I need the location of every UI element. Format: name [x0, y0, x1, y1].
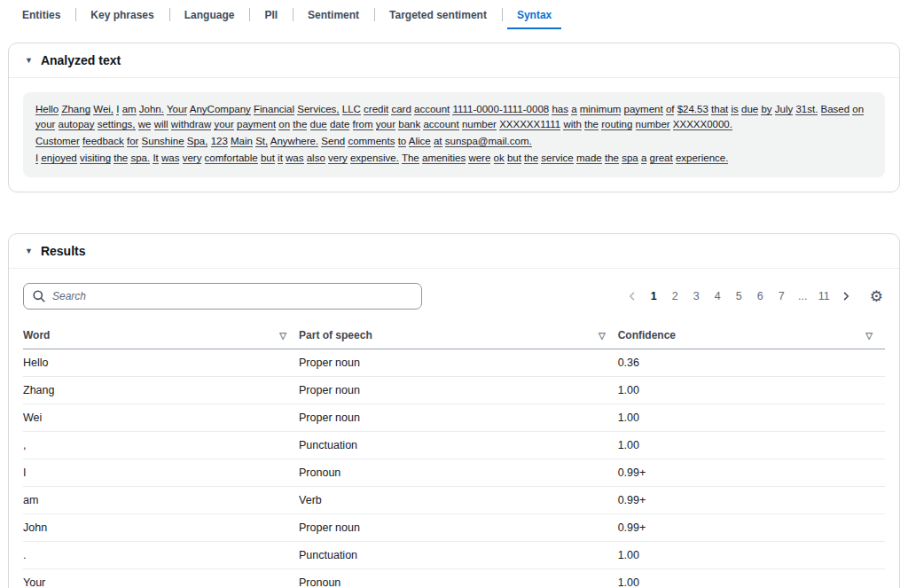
analyzed-word: 1111-0000-1111-0008 — [452, 104, 549, 115]
analyzed-word: sunspa@mail.com. — [445, 136, 532, 147]
analyzed-word: autopay — [59, 119, 95, 130]
table-cell: 0.99+ — [618, 487, 885, 514]
page-button-3[interactable]: 3 — [687, 286, 706, 307]
analyzed-word: from — [353, 119, 373, 130]
analyzed-word: payment — [237, 119, 276, 130]
table-cell: 1.00 — [618, 432, 885, 459]
column-header-confidence[interactable]: Confidence▽ — [618, 322, 885, 349]
analyzed-word: St, — [255, 136, 268, 147]
tab-key-phrases[interactable]: Key phrases — [75, 0, 168, 29]
analyzed-word: The — [402, 153, 419, 164]
page-button-4[interactable]: 4 — [708, 286, 727, 307]
analyzed-word: $24.53 — [677, 104, 708, 115]
table-row: WeiProper noun1.00 — [23, 404, 885, 432]
table-row: JohnProper noun0.99+ — [23, 514, 885, 542]
analyzed-word: settings, — [98, 119, 136, 130]
tab-syntax[interactable]: Syntax — [502, 0, 567, 29]
analyzed-word: comfortable — [205, 153, 258, 164]
table-cell: Hello — [23, 349, 299, 377]
analyzed-word: Services, — [297, 104, 339, 115]
results-toolbar: 1234567...11 ⚙ — [23, 283, 885, 310]
collapse-icon[interactable]: ▼ — [25, 57, 33, 65]
results-card: ▼ Results — [8, 233, 900, 588]
analyzed-word: it — [278, 153, 283, 164]
page-button-2[interactable]: 2 — [666, 286, 685, 307]
page-button-5[interactable]: 5 — [730, 286, 748, 307]
analyzed-word: at — [434, 136, 442, 147]
analyzed-word: your — [214, 119, 233, 130]
table-cell: Proper noun — [299, 404, 618, 432]
analyzed-word: Anywhere. — [270, 136, 318, 147]
analyzed-word: very — [328, 153, 348, 164]
page-button-1[interactable]: 1 — [645, 286, 663, 307]
analyzed-word: the — [605, 153, 619, 164]
results-header[interactable]: ▼ Results — [9, 234, 899, 269]
previous-page-icon[interactable] — [622, 289, 642, 303]
page-button-7[interactable]: 7 — [772, 286, 791, 307]
filter-icon[interactable]: ▽ — [279, 331, 286, 341]
collapse-icon[interactable]: ▼ — [25, 247, 33, 255]
analyzed-word: Hello — [35, 104, 59, 115]
analyzed-word: Send — [321, 136, 345, 147]
results-table: Word▽Part of speech▽Confidence▽ HelloPro… — [23, 322, 885, 588]
next-page-icon[interactable] — [836, 289, 856, 303]
page-number-list: 1234567...11 — [645, 286, 834, 307]
analyzed-word: a — [571, 104, 576, 115]
analyzed-word: also — [307, 153, 325, 164]
analyzed-word: Zhang — [61, 104, 90, 115]
table-cell: 1.00 — [618, 569, 885, 588]
analyzed-word: am — [122, 104, 137, 115]
preferences-gear-icon[interactable]: ⚙ — [868, 287, 885, 306]
search-input[interactable] — [23, 283, 422, 310]
tab-targeted-sentiment[interactable]: Targeted sentiment — [374, 0, 502, 29]
tab-language[interactable]: Language — [169, 0, 250, 29]
analyzed-word: John. — [139, 104, 164, 115]
table-header-row: Word▽Part of speech▽Confidence▽ — [23, 322, 885, 349]
pagination-zone: 1234567...11 ⚙ — [622, 286, 885, 307]
analyzed-word: Based — [821, 104, 850, 115]
analyzed-word: experience. — [676, 153, 728, 164]
analyzed-word: the — [293, 119, 307, 130]
analyzed-word: I — [116, 104, 119, 115]
column-header-part-of-speech[interactable]: Part of speech▽ — [299, 322, 618, 349]
filter-icon[interactable]: ▽ — [865, 331, 873, 341]
column-label: Part of speech — [299, 329, 372, 341]
table-row: .Punctuation1.00 — [23, 542, 885, 569]
analyzed-word: of — [666, 104, 675, 115]
column-label: Confidence — [618, 329, 676, 341]
analyzed-word: Financial — [254, 104, 294, 115]
table-cell: 1.00 — [618, 542, 885, 569]
analyzed-word: account — [423, 119, 458, 130]
analyzed-word: on — [278, 119, 290, 130]
analyzed-word: July — [775, 104, 793, 115]
analyzed-text-line: Customer feedback for Sunshine Spa, 123 … — [35, 134, 873, 149]
analyzed-word: your — [35, 119, 55, 130]
analyzed-word: service — [541, 153, 573, 164]
page-button-6[interactable]: 6 — [751, 286, 770, 307]
results-body: 1234567...11 ⚙ Word▽Part of speech▽Confi… — [9, 269, 899, 588]
analyzed-word: the — [524, 153, 538, 164]
table-cell: , — [23, 432, 299, 459]
column-header-word[interactable]: Word▽ — [23, 322, 299, 349]
search-box — [23, 283, 422, 310]
analyzed-word: with — [563, 119, 581, 130]
table-row: amVerb0.99+ — [23, 487, 885, 514]
analyzed-word: It — [153, 153, 158, 164]
analyzed-text-line: Hello Zhang Wei, I am John. Your AnyComp… — [35, 102, 873, 132]
analyzed-word: visiting — [80, 153, 111, 164]
analyzed-word: 123 — [211, 136, 228, 147]
page-button-11[interactable]: 11 — [815, 286, 834, 307]
tab-sentiment[interactable]: Sentiment — [293, 0, 374, 29]
tab-pii[interactable]: PII — [249, 0, 293, 29]
analyzed-word: date — [330, 119, 349, 130]
analyzed-word: number — [462, 119, 497, 130]
filter-icon[interactable]: ▽ — [599, 331, 606, 341]
analyzed-word: 31st. — [795, 104, 818, 115]
analyzed-word: we — [138, 119, 152, 130]
tab-entities[interactable]: Entities — [7, 0, 75, 29]
table-cell: John — [23, 514, 299, 542]
table-cell: Proper noun — [299, 349, 618, 377]
analyzed-word: Alice — [409, 136, 431, 147]
analyzed-word: amenities — [422, 153, 466, 164]
analyzed-text-header[interactable]: ▼ Analyzed text — [9, 43, 899, 78]
